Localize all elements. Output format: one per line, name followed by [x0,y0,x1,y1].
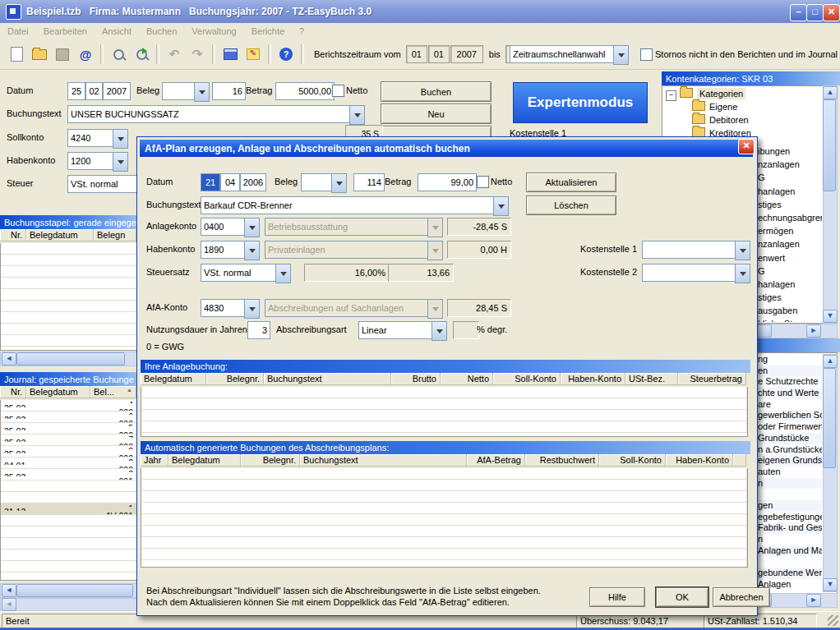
stack-hscrollbar[interactable]: ◄ [0,352,138,366]
beleg-nr-field[interactable]: 16 [212,82,246,100]
list-item-fragment[interactable] [758,556,822,568]
list-item-fragment[interactable]: n [758,478,822,490]
table-row[interactable]: 525.02000 [1,423,137,435]
list-item-fragment[interactable]: en [758,366,822,377]
dlg-datum-month-field[interactable]: 04 [220,173,240,191]
list-item-fragment[interactable]: ausgaben [758,304,822,317]
new-file-icon[interactable] [7,44,26,64]
list-item-fragment[interactable]: n [758,534,822,545]
list-item-fragment[interactable]: e Schutzrechte [758,376,822,388]
col-nr[interactable]: Nr. [0,229,26,241]
list-item-fragment[interactable]: auten [758,467,822,478]
tree-item-debitoren[interactable]: Debitoren [692,114,749,127]
table-row[interactable]: 725.02000 [1,435,137,446]
table-row[interactable]: 200631.12AV 00114AfA 01/04 - Barkauf CDR… [141,468,747,480]
resize-grip[interactable] [828,615,838,626]
table-row[interactable] [1,492,137,504]
table-row[interactable]: 21.0400114AV 00114 - Barkauf CDR-B...99,… [141,387,747,398]
table-row[interactable]: 200931.12AV 00114AfA 04/04 - Barkauf CDR… [141,503,747,514]
table-row[interactable] [141,410,747,421]
datum-year-field[interactable]: 2007 [103,82,131,100]
col-belegnr[interactable]: Belegn [94,229,136,241]
table-row[interactable]: 825.02000 [1,446,137,458]
buchen-button[interactable]: Buchen [381,81,492,102]
journal-hscrollbar-2[interactable]: ◄ [0,598,138,611]
col-nr[interactable]: Nr. [0,386,26,398]
ok-button[interactable]: OK [656,587,708,607]
help-icon[interactable]: ? [276,44,296,64]
abschreibungsart-arrow-icon[interactable] [432,321,447,341]
neu-button[interactable]: Neu [381,103,492,124]
afakonto-arrow-icon[interactable] [244,299,260,319]
dialog-close-icon[interactable]: ✕ [738,139,755,154]
quick-period-select[interactable]: Zeitraumschnellanwahl [510,45,620,63]
open-folder-icon[interactable] [30,44,49,64]
dlg-betrag-field[interactable]: 99,00 [418,173,477,191]
save-icon[interactable] [53,44,72,64]
table-row[interactable] [1,301,137,312]
menu-ansicht[interactable]: Ansicht [95,25,139,38]
table-row[interactable] [1,243,137,255]
table-row[interactable] [1,550,137,561]
minimize-button[interactable]: – [790,4,807,21]
col-sollkonto[interactable]: Soll-Konto [599,454,666,467]
list-item-fragment[interactable]: egebefestigunge [758,512,822,523]
list-item-fragment[interactable]: Fabrik- und Gesc [758,522,822,534]
netto-checkbox[interactable] [332,85,344,97]
abbrechen-button[interactable]: Abbrechen [713,587,770,607]
stornos-checkbox[interactable] [640,48,653,61]
dlg-beleg-nr-field[interactable]: 114 [353,173,385,191]
list-item-fragment[interactable]: n a.Grundstücke [758,444,822,456]
table-row[interactable] [1,255,137,266]
sollkonto-arrow-icon[interactable] [113,129,128,149]
col-netto[interactable]: Netto [441,373,493,385]
dlg-buchungstext-arrow-icon[interactable] [493,196,509,216]
table-row[interactable] [141,526,747,537]
menu-bearbeiten[interactable]: Bearbeiten [36,25,95,38]
journal-hscrollbar[interactable]: ◄ [0,583,138,598]
col-steuerbetrag[interactable]: Steuerbetrag [678,373,746,385]
list-item-fragment[interactable]: nzanlagen [758,158,822,171]
table-row[interactable] [1,573,137,581]
edit-note-icon[interactable]: ✎ [243,44,263,64]
table-row[interactable] [1,561,137,573]
menu-hilfe[interactable]: ? [292,25,312,38]
list-item-fragment[interactable]: stiges [758,291,822,304]
afakonto-field[interactable]: 4830 [201,299,250,317]
list-item-fragment[interactable] [758,489,822,500]
table-row[interactable] [1,278,137,289]
dlg-datum-year-field[interactable]: 2006 [240,173,266,191]
table-row[interactable] [141,514,747,526]
accounts-vscrollbar[interactable]: ▲ ▼ [823,354,838,592]
list-item-fragment[interactable]: stiges [758,198,822,211]
table-row[interactable] [1,515,137,527]
list-item-fragment[interactable]: bliche Steuern [758,317,822,322]
habenkonto-arrow-icon[interactable] [113,152,128,172]
list-item-fragment[interactable]: are [758,399,822,411]
col-ustbez[interactable]: USt-Bez. [625,373,678,385]
list-item-fragment[interactable]: nzanlagen [758,237,822,251]
kostenstelle2-arrow-icon[interactable] [735,264,750,283]
maximize-button[interactable]: □ [806,4,824,21]
list-item-fragment[interactable]: ermögen [758,224,822,237]
col-belegdatum[interactable]: Belegdatum [26,229,94,241]
quick-period-arrow-icon[interactable] [613,45,629,65]
table-row[interactable] [1,335,137,347]
col-restbuchwert[interactable]: Restbuchwert [525,454,599,467]
sollkonto-field[interactable]: 4240 [67,129,118,147]
buchungstext-arrow-icon[interactable] [349,105,365,125]
table-row[interactable]: 425.02000 [1,400,137,412]
menu-berichte[interactable]: Berichte [244,25,292,38]
dlg-habenkonto-field[interactable]: 1890 [201,241,250,259]
table-row[interactable] [1,527,137,538]
steuer-field[interactable]: VSt. normal [67,175,141,193]
list-item-fragment[interactable]: eigenen Grundst [758,455,822,467]
collapse-icon[interactable]: − [666,90,676,101]
table-row[interactable] [1,481,137,492]
undo-icon[interactable]: ↶ [164,44,184,64]
aktualisieren-button[interactable]: Aktualisieren [526,172,616,192]
list-item-fragment[interactable]: gebundene Werk: [758,568,822,579]
list-item-fragment[interactable]: G [758,264,822,278]
col-belegdatum[interactable]: Belegdatum [168,454,241,467]
list-item-fragment[interactable]: enwert [758,251,822,264]
